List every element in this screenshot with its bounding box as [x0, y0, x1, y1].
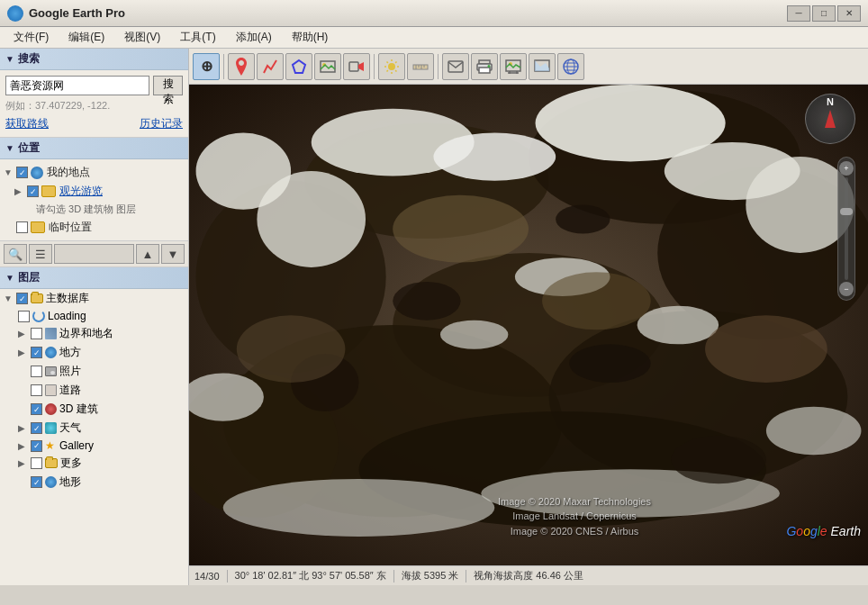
- temp-location-item[interactable]: 临时位置: [0, 218, 188, 237]
- status-elevation: 海拔 5395 米: [402, 569, 459, 582]
- compass-arrow-icon: [825, 110, 836, 128]
- tourism-folder-icon: [41, 185, 56, 197]
- location-section-header[interactable]: ▼ 位置: [0, 138, 188, 159]
- spacer-button[interactable]: [54, 244, 134, 264]
- roads-icon: [45, 384, 57, 396]
- temp-location-label: 临时位置: [49, 220, 92, 235]
- nav-compass[interactable]: N: [805, 94, 859, 148]
- view-button[interactable]: [529, 53, 556, 80]
- 3d-checkbox[interactable]: [31, 403, 42, 415]
- layer-gallery[interactable]: ▶ ★ Gallery: [0, 438, 188, 454]
- gallery-star-icon: ★: [45, 440, 57, 452]
- toolbar-sep-1: [223, 54, 224, 79]
- add-polygon-button[interactable]: [285, 53, 312, 80]
- my-places-label: 我的地点: [47, 165, 90, 180]
- photos-checkbox[interactable]: [31, 366, 42, 377]
- weather-checkbox[interactable]: [31, 422, 42, 434]
- nav-mode-button[interactable]: ⊕: [193, 53, 220, 80]
- globe-button[interactable]: [557, 53, 584, 80]
- menu-file[interactable]: 文件(F): [4, 27, 59, 48]
- layer-loading[interactable]: Loading: [0, 308, 188, 324]
- zoom-track[interactable]: [845, 177, 848, 280]
- layers-arrow-icon: ▼: [5, 273, 14, 283]
- layer-3d-buildings[interactable]: 3D 建筑: [0, 400, 188, 419]
- history-link[interactable]: 历史记录: [140, 116, 183, 131]
- loading-checkbox[interactable]: [18, 311, 30, 322]
- left-panel: ▼ 搜索 搜索 例如：37.407229, -122. 获取路线 历史记录 ▼ …: [0, 49, 189, 585]
- close-button[interactable]: ✕: [837, 5, 861, 22]
- 3d-buildings-icon: [45, 403, 57, 415]
- layer-weather[interactable]: ▶ 天气: [0, 419, 188, 438]
- status-bar: 14/30 30° 18' 02.81″ 北 93° 57' 05.58″ 东 …: [189, 565, 868, 585]
- layer-boundary[interactable]: ▶ 边界和地名: [0, 324, 188, 343]
- zoom-in-button[interactable]: +: [839, 161, 854, 176]
- email-button[interactable]: [442, 53, 469, 80]
- search-input[interactable]: [5, 76, 149, 95]
- my-places-checkbox[interactable]: ✓: [16, 167, 28, 178]
- list-view-button[interactable]: ☰: [29, 244, 52, 264]
- svg-point-4: [388, 63, 395, 70]
- gallery-checkbox[interactable]: [31, 440, 42, 452]
- location-section-label: 位置: [18, 140, 40, 156]
- get-route-link[interactable]: 获取路线: [5, 116, 49, 131]
- menu-edit[interactable]: 编辑(E): [59, 27, 114, 48]
- zoom-thumb[interactable]: [840, 208, 853, 215]
- tourism-subtext: 请勾选 3D 建筑物 图层: [0, 201, 188, 218]
- svg-rect-3: [349, 62, 358, 71]
- add-path-button[interactable]: [257, 53, 284, 80]
- terrain-globe-icon: [45, 476, 57, 488]
- map-area[interactable]: Image © 2020 Maxar Technologies Image La…: [189, 85, 868, 565]
- roads-checkbox[interactable]: [31, 384, 42, 396]
- layer-places[interactable]: ▶ 地方: [0, 343, 188, 362]
- layers-section-header[interactable]: ▼ 图层: [0, 267, 188, 289]
- terrain-checkbox[interactable]: [31, 476, 42, 488]
- status-divider-3: [466, 570, 466, 582]
- add-pin-button[interactable]: [228, 53, 255, 80]
- record-tour-button[interactable]: [343, 53, 370, 80]
- layer-terrain[interactable]: 地形: [0, 473, 188, 492]
- primary-db-checkbox[interactable]: [16, 293, 28, 304]
- maximize-button[interactable]: □: [812, 5, 836, 22]
- ruler-button[interactable]: [407, 53, 434, 80]
- save-image-button[interactable]: [500, 53, 527, 80]
- zoom-out-button[interactable]: −: [839, 282, 854, 296]
- minimize-button[interactable]: ─: [787, 5, 810, 22]
- svg-rect-18: [448, 61, 463, 72]
- tourism-checkbox[interactable]: ✓: [27, 185, 39, 197]
- svg-point-53: [637, 306, 719, 345]
- status-coords: 30° 18' 02.81″ 北 93° 57' 05.58″ 东: [235, 569, 386, 582]
- places-checkbox[interactable]: [31, 347, 42, 358]
- add-image-overlay-button[interactable]: [314, 53, 341, 80]
- layer-photos[interactable]: 照片: [0, 362, 188, 381]
- menu-add[interactable]: 添加(A): [226, 27, 282, 48]
- places-label: 地方: [59, 345, 81, 360]
- more-checkbox[interactable]: [31, 457, 42, 469]
- tourism-item[interactable]: ▶ ✓ 观光游览: [0, 182, 188, 201]
- menu-help[interactable]: 帮助(H): [282, 27, 339, 48]
- temp-checkbox[interactable]: [16, 221, 28, 233]
- layers-section-label: 图层: [18, 270, 40, 285]
- boundary-checkbox[interactable]: [31, 328, 42, 339]
- temp-folder-icon: [31, 221, 45, 233]
- layer-roads[interactable]: 道路: [0, 381, 188, 400]
- location-section: ▼ ✓ 我的地点 ▶ ✓ 观光游览 请勾选 3D 建筑物 图层: [0, 159, 188, 241]
- svg-line-9: [387, 61, 388, 62]
- svg-line-10: [395, 70, 396, 71]
- menu-tools[interactable]: 工具(T): [170, 27, 225, 48]
- search-mini-button[interactable]: 🔍: [4, 244, 27, 264]
- svg-rect-13: [413, 65, 428, 69]
- menu-bar: 文件(F) 编辑(E) 视图(V) 工具(T) 添加(A) 帮助(H): [0, 27, 868, 49]
- search-button[interactable]: 搜索: [153, 76, 183, 95]
- move-down-button[interactable]: ▼: [161, 244, 185, 264]
- layer-more[interactable]: ▶ 更多: [0, 454, 188, 473]
- nav-slider[interactable]: + −: [837, 157, 855, 301]
- search-section-header[interactable]: ▼ 搜索: [0, 49, 188, 70]
- toolbar-sep-3: [438, 54, 439, 79]
- print-button[interactable]: [471, 53, 498, 80]
- weather-label: 天气: [59, 420, 81, 436]
- menu-view[interactable]: 视图(V): [114, 27, 170, 48]
- move-up-button[interactable]: ▲: [136, 244, 159, 264]
- layer-primary-db[interactable]: ▼ 主数据库: [0, 289, 188, 308]
- sunlight-button[interactable]: [378, 53, 405, 80]
- my-places-item[interactable]: ▼ ✓ 我的地点: [0, 163, 188, 182]
